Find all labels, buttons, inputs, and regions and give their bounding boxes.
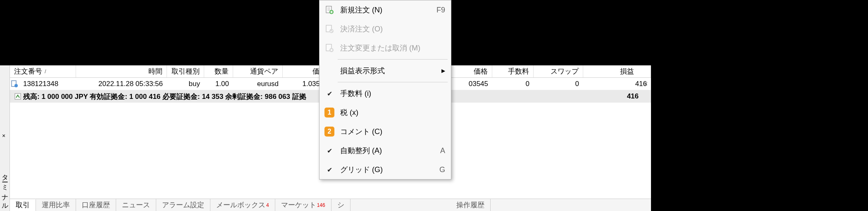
tab-exposure[interactable]: 運用比率 [36, 199, 76, 211]
panel-close-button[interactable]: × [2, 132, 5, 139]
panel-title-bar: × ターミナル [0, 65, 10, 211]
tab-alerts[interactable]: アラーム設定 [156, 199, 210, 211]
menu-modify-order: 注文変更または取消 (M) [320, 38, 451, 58]
row-close-button[interactable]: × [644, 80, 648, 88]
svg-rect-12 [331, 49, 332, 51]
check-icon: ✔ [327, 90, 332, 98]
menu-auto-arrange[interactable]: ✔ 自動整列 (A) A [320, 141, 451, 160]
cell-price2: 03545 [451, 78, 492, 90]
tab-news[interactable]: ニュース [116, 199, 156, 211]
cell-swap: 0 [534, 78, 583, 90]
tab-history[interactable]: 口座履歴 [76, 199, 116, 211]
mailbox-badge: 4 [266, 202, 269, 208]
new-order-icon [323, 5, 336, 14]
cell-pl: 416 [583, 78, 651, 90]
tab-journal[interactable]: 操作履歴 [451, 199, 491, 211]
right-panel-fragment: 価格 手数料 スワップ 損益 03545 0 0 416 × 416 操作履歴 [451, 65, 651, 211]
header-symbol[interactable]: 通貨ペア [233, 65, 283, 77]
cell-fee: 0 [492, 78, 534, 90]
market-badge: 146 [317, 202, 325, 208]
annotation-badge-2: 2 [324, 127, 334, 137]
header-type[interactable]: 取引種別 [167, 65, 204, 77]
submenu-arrow-icon: ▶ [441, 68, 445, 74]
cell-time: 2022.11.28 05:33:56 [76, 78, 167, 90]
svg-point-1 [14, 84, 18, 87]
cell-symbol: eurusd [233, 78, 283, 90]
context-menu: 新規注文 (N) F9 決済注文 (O) 注文変更または取消 (M) 損益表示形… [319, 0, 451, 180]
cell-price1: 1.035 [283, 78, 324, 90]
annotation-badge-1: 1 [324, 108, 334, 117]
header-swap[interactable]: スワップ [534, 65, 583, 77]
cell-volume: 1.00 [204, 78, 233, 90]
tab-market[interactable]: マーケット146 [275, 199, 331, 211]
header-pl[interactable]: 損益 [583, 65, 651, 77]
header-fee[interactable]: 手数料 [492, 65, 534, 77]
modify-order-icon [323, 43, 336, 53]
cell-order: 138121348 [19, 78, 76, 90]
header-price[interactable]: 価 [283, 65, 324, 77]
header-time[interactable]: 時間 [76, 65, 167, 77]
check-icon: ✔ [327, 147, 332, 155]
tab-cut[interactable]: シ [331, 199, 351, 211]
header-price2[interactable]: 価格 [451, 65, 492, 77]
panel-title: ターミナル [0, 170, 9, 208]
header-order[interactable]: 注文番号/ [10, 65, 76, 77]
summary-pl: 416 [627, 92, 639, 101]
sort-indicator-icon: / [45, 68, 46, 74]
order-icon [10, 80, 19, 88]
svg-rect-2 [15, 94, 21, 99]
check-icon: ✔ [327, 166, 332, 174]
cell-type: buy [167, 78, 204, 90]
summary-icon [12, 93, 23, 100]
menu-new-order[interactable]: 新規注文 (N) F9 [320, 0, 451, 19]
close-order-icon [323, 24, 336, 34]
menu-close-order: 決済注文 (O) [320, 19, 451, 38]
menu-pl-format[interactable]: 損益表示形式 ▶ [320, 61, 451, 80]
header-volume[interactable]: 数量 [204, 65, 233, 77]
menu-commission[interactable]: ✔ 手数料 (i) [320, 84, 451, 103]
menu-tax[interactable]: 1 税 (x) [320, 103, 451, 122]
tab-trade[interactable]: 取引 [10, 199, 36, 211]
menu-comment[interactable]: 2 コメント (C) [320, 122, 451, 141]
menu-grid[interactable]: ✔ グリッド (G) G [320, 160, 451, 179]
tab-mailbox[interactable]: メールボックス4 [210, 199, 275, 211]
